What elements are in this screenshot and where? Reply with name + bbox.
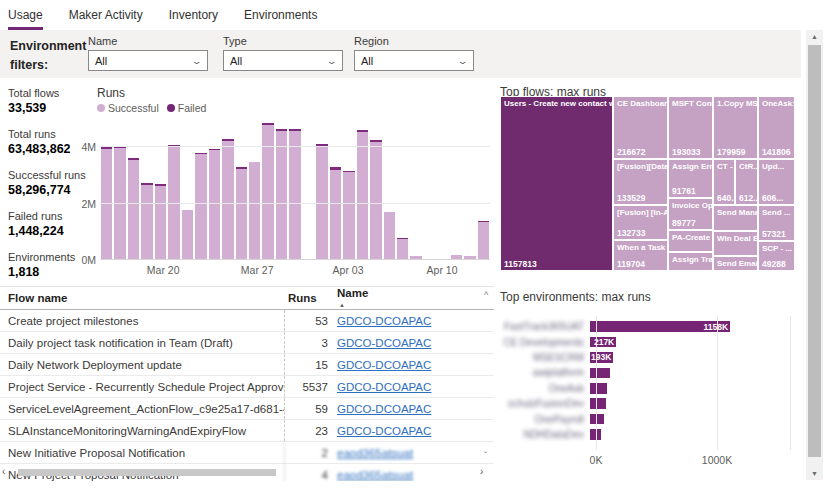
treemap-tile-label: MSFT Contact... — [669, 97, 712, 108]
treemap-tile[interactable]: CT - ...640... — [713, 159, 735, 205]
successful-bar-segment[interactable] — [222, 141, 233, 260]
successful-bar-segment[interactable] — [343, 172, 354, 260]
environment-link[interactable]: GDCO-DCOAPAC — [337, 315, 431, 327]
treemap-tile-value: 1157813 — [504, 259, 537, 269]
treemap-tile-label: CT - ... — [714, 160, 734, 171]
treemap-tile-label: When a Task Is Cre... — [614, 241, 667, 252]
type-filter-dropdown[interactable]: All ⌄ — [223, 50, 343, 71]
cell-runs: 59 — [284, 398, 330, 419]
successful-bar-segment[interactable] — [209, 150, 220, 260]
env-category-label: CE Developments — [498, 337, 590, 348]
treemap-tile[interactable]: Win Deal Em... — [713, 231, 758, 256]
runs-chart-panel: Runs SuccessfulFailed 0M2M4MMar 20Mar 27… — [74, 85, 494, 285]
tab-maker-activity[interactable]: Maker Activity — [69, 8, 143, 30]
table-scroll-up-icon[interactable]: ^ — [484, 290, 488, 300]
tab-inventory[interactable]: Inventory — [169, 8, 218, 30]
treemap-tile[interactable]: MSFT Contact...193033 — [668, 96, 713, 159]
scroll-left-icon[interactable]: ‹ — [2, 466, 5, 477]
treemap-tile[interactable]: Send Manag... — [713, 205, 758, 231]
successful-bar-segment[interactable] — [128, 160, 139, 261]
y-axis-tick-label: 2M — [74, 198, 96, 210]
treemap-tile[interactable]: When a Task Is Cre...119704 — [613, 240, 668, 271]
region-filter-dropdown[interactable]: All ⌄ — [354, 50, 474, 71]
treemap-tile-label: CtR... — [736, 160, 757, 171]
column-header-runs[interactable]: Runs — [284, 292, 330, 304]
treemap-tile[interactable]: CtR...612... — [735, 159, 758, 205]
successful-bar-segment[interactable] — [384, 212, 395, 260]
environment-link[interactable]: GDCO-DCOAPAC — [337, 381, 431, 393]
cell-name: GDCO-DCOAPAC — [330, 420, 431, 441]
env-bar[interactable] — [590, 368, 610, 379]
treemap-tile[interactable]: OneAsk: ...141806 — [758, 96, 795, 159]
treemap-tile[interactable]: 1.Copy MSX ...179959 — [713, 96, 758, 159]
env-bar[interactable]: 1158K — [590, 321, 730, 332]
treemap-tile[interactable]: Assign Transac... — [668, 252, 713, 271]
table-scroll-down-icon[interactable]: ˇ — [484, 450, 487, 460]
successful-bar-segment[interactable] — [249, 162, 260, 260]
table-row[interactable]: Daily project task notification in Team … — [0, 332, 494, 354]
bar-slot — [396, 115, 409, 260]
treemap-tile[interactable]: SCP - ...49288 — [758, 241, 795, 271]
successful-bar-segment[interactable] — [141, 185, 152, 260]
successful-bar-segment[interactable] — [236, 169, 247, 261]
cell-flow-name: SLAInstanceMonitoringWarningAndExpiryFlo… — [0, 420, 284, 441]
successful-bar-segment[interactable] — [114, 148, 125, 260]
successful-bar-segment[interactable] — [182, 210, 193, 260]
type-filter-value: All — [230, 55, 242, 67]
env-bar[interactable] — [590, 398, 606, 409]
treemap-tile[interactable]: Send ...57321 — [758, 205, 795, 241]
treemap-tile[interactable]: [Fusion][Data Upd...133529 — [613, 159, 668, 205]
environment-link[interactable]: eaod365atsuat — [337, 447, 413, 459]
environment-link[interactable]: GDCO-DCOAPAC — [337, 403, 431, 415]
env-bar[interactable]: 217K — [590, 337, 616, 348]
successful-bar-segment[interactable] — [276, 131, 287, 260]
bar-slot — [154, 115, 167, 260]
treemap-tile[interactable]: PA-Create Ser... — [668, 230, 713, 252]
environment-link[interactable]: GDCO-DCOAPAC — [337, 337, 431, 349]
successful-bar-segment[interactable] — [370, 142, 381, 260]
tab-environments[interactable]: Environments — [244, 8, 317, 30]
table-row[interactable]: ServiceLevelAgreement_ActionFlow_c9e25a1… — [0, 398, 494, 420]
cell-flow-name: New Initiative Proposal Notification — [0, 442, 284, 463]
environment-link[interactable]: GDCO-DCOAPAC — [337, 425, 431, 437]
successful-bar-segment[interactable] — [195, 154, 206, 260]
gridline — [790, 316, 791, 450]
successful-bar-segment[interactable] — [289, 131, 300, 260]
treemap-tile-label: Send ... — [759, 206, 794, 217]
treemap-tile[interactable]: Users - Create new contact when a us...1… — [500, 96, 613, 271]
scroll-right-icon[interactable]: › — [480, 466, 483, 477]
legend-dot — [97, 104, 105, 112]
treemap-tile[interactable]: Invoice Opport...89777 — [668, 198, 713, 230]
env-bar[interactable]: 193K — [590, 352, 613, 363]
treemap-tile[interactable]: Send Email t... — [713, 256, 758, 271]
successful-bar-segment[interactable] — [101, 149, 112, 260]
successful-bar-segment[interactable] — [155, 186, 166, 260]
successful-bar-segment[interactable] — [357, 132, 368, 260]
table-row[interactable]: Project Service - Recurrently Schedule P… — [0, 376, 494, 398]
successful-bar-segment[interactable] — [262, 125, 273, 260]
table-row[interactable]: SLAInstanceMonitoringWarningAndExpiryFlo… — [0, 420, 494, 442]
table-row[interactable]: Create project milestones53GDCO-DCOAPAC — [0, 310, 494, 332]
treemap-tile[interactable]: [Fusion] [In-App N...132733 — [613, 205, 668, 240]
table-row[interactable]: Daily Network Deployment update15GDCO-DC… — [0, 354, 494, 376]
treemap-tile[interactable]: CE Dashboard Fl...216672 — [613, 96, 668, 159]
tab-usage[interactable]: Usage — [8, 8, 43, 30]
env-bar[interactable] — [590, 383, 607, 394]
successful-bar-segment[interactable] — [397, 239, 408, 260]
name-filter-label: Name — [88, 35, 208, 47]
successful-bar-segment[interactable] — [330, 170, 341, 260]
environment-link[interactable]: GDCO-DCOAPAC — [337, 359, 431, 371]
column-header-flow-name[interactable]: Flow name — [0, 292, 284, 304]
scrollbar-thumb[interactable] — [808, 45, 821, 457]
scrollbar-down-icon[interactable]: ▼ — [806, 470, 823, 477]
table-row[interactable]: New Initiative Proposal Notification2eao… — [0, 442, 494, 464]
treemap-tile-value: 57321 — [762, 229, 786, 239]
successful-bar-segment[interactable] — [478, 222, 489, 260]
bar-slot — [248, 115, 261, 260]
scrollbar-up-icon[interactable]: ▲ — [806, 33, 823, 40]
column-header-name[interactable]: Name ▲ — [330, 288, 368, 308]
treemap-tile[interactable]: Assign Error T...91761 — [668, 159, 713, 198]
name-filter-dropdown[interactable]: All ⌄ — [88, 50, 208, 71]
treemap-tile[interactable]: Upd...606... — [758, 159, 795, 205]
horizontal-scrollbar-thumb[interactable] — [18, 469, 276, 476]
